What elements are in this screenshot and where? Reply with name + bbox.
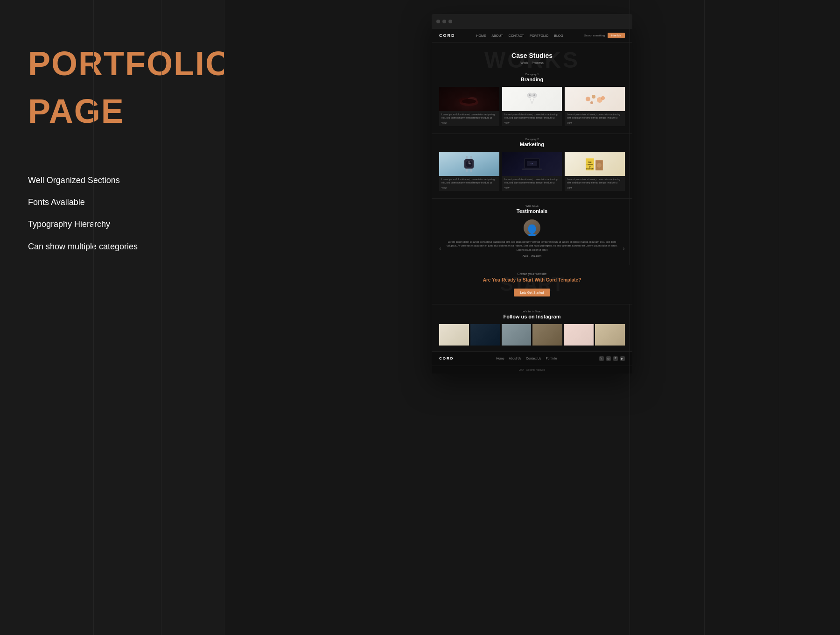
project-link-5[interactable]: View → [504,186,560,189]
svg-point-14 [601,96,605,100]
testimonials-section: Who Says Testimonials 👤 ‹ Lorem ipsum do… [432,198,632,265]
insta-item-1[interactable] [439,324,469,346]
footer-link-portfolio[interactable]: Portfolio [546,357,557,360]
avatar-icon: 👤 [525,225,539,236]
carousel-next[interactable]: › [623,245,625,252]
cta-section: START Create your website Are You Ready … [432,265,632,304]
nav-link-about[interactable]: ABOUT [491,34,503,37]
footer-logo: CORD [439,356,454,360]
website-content: CORD HOME ABOUT CONTACT PORTFOLIO BLOG S… [432,29,632,374]
project-card-4: Lorem ipsum dolor sit amet, consectetur … [439,152,499,191]
category1-title: Branding [439,77,625,82]
nav-link-blog[interactable]: BLOG [554,34,563,37]
category2-label: Category 2 [439,138,625,141]
instagram-section: Let's be in Touch Follow us on Instagram [432,304,632,351]
divider-2 [161,0,161,635]
project-image-earphones [502,87,562,111]
category2-title: Marketing [439,141,625,147]
project-image-books: THE DESIGN OF EVERYDAY [565,152,625,176]
project-info-1: Lorem ipsum dolor sit amet, consectetur … [439,111,499,126]
project-card-5: UX Lorem ipsum dolor sit amet, consectet… [502,152,562,191]
marketing-section: Category 2 Marketing [432,134,632,198]
nav-link-home[interactable]: HOME [476,34,486,37]
browser-dot-yellow [442,20,446,23]
project-image-flowers [565,87,625,111]
testimonial-carousel: ‹ Lorem ipsum dolor sit amet, consetetur… [439,240,625,257]
testimonial-text: Lorem ipsum dolor sit amet, consetetur s… [445,240,619,252]
project-link-1[interactable]: View → [441,121,497,124]
insta-item-4[interactable] [532,324,562,346]
project-info-6: Lorem ipsum dolor sit amet, consectetur … [565,176,625,191]
insta-item-2[interactable] [470,324,500,346]
browser-mockup: CORD HOME ABOUT CONTACT PORTFOLIO BLOG S… [432,14,632,374]
cta-title: Are You Ready to Start With Cord Templat… [439,277,625,282]
left-panel: PORTFOLIO PAGE Well Organized Sections F… [0,0,224,635]
social-pinterest[interactable]: 𝐏 [613,356,618,361]
project-desc-4: Lorem ipsum dolor sit amet, consectetur … [441,178,497,184]
social-twitter[interactable]: 𝕏 [599,356,604,361]
cta-label: Create your website [439,272,625,275]
project-info-5: Lorem ipsum dolor sit amet, consectetur … [502,176,562,191]
nav-link-portfolio[interactable]: PORTFOLIO [530,34,548,37]
insta-item-5[interactable] [564,324,594,346]
footer-link-home[interactable]: Home [496,357,504,360]
svg-line-9 [532,98,534,104]
feature-item-4: Can show multiple categories [28,241,196,253]
nav-links: HOME ABOUT CONTACT PORTFOLIO BLOG [476,34,563,37]
testimonials-label: Who Says [439,205,625,207]
category1-label: Category 1 [439,73,625,76]
project-desc-2: Lorem ipsum dolor sit amet, consectetur … [504,113,560,120]
project-image-laptop: UX [502,152,562,176]
nav-cta-button[interactable]: Hire Me [608,33,625,38]
svg-rect-15 [466,156,468,160]
testimonials-title: Testimonials [439,208,625,214]
marketing-grid: Lorem ipsum dolor sit amet, consectetur … [439,152,625,191]
svg-line-8 [530,98,532,104]
divider-1 [93,0,94,635]
footer-link-about[interactable]: About Us [509,357,522,360]
project-link-4[interactable]: View → [441,186,497,189]
project-link-6[interactable]: View → [567,186,623,189]
project-desc-1: Lorem ipsum dolor sit amet, consectetur … [441,113,497,120]
insta-item-6[interactable] [595,324,625,346]
social-youtube[interactable]: ▶ [620,356,625,361]
instagram-title: Follow us on Instagram [439,314,625,319]
footer-links: Home About Us Contact Us Portfolio [496,357,557,360]
svg-text:UX: UX [531,162,533,165]
svg-rect-17 [466,168,468,172]
project-info-2: Lorem ipsum dolor sit amet, consectetur … [502,111,562,126]
nav-link-contact[interactable]: CONTACT [509,34,524,37]
project-link-3[interactable]: View → [567,121,623,124]
feature-item-3: Typography Hierarchy [28,219,196,230]
project-desc-3: Lorem ipsum dolor sit amet, consectetur … [567,113,623,120]
project-link-2[interactable]: View → [504,121,560,124]
instagram-grid [439,324,625,346]
works-hero: WORKS Case Studies Work Process [432,42,632,69]
project-desc-6: Lorem ipsum dolor sit amet, consectetur … [567,178,623,184]
divider-5 [704,0,705,635]
footer-social: 𝕏 ◎ 𝐏 ▶ [599,356,625,361]
feature-item-1: Well Organized Sections [28,175,196,186]
footer-link-contact[interactable]: Contact Us [526,357,541,360]
divider-4 [630,0,630,635]
works-title: Case Studies [439,52,625,59]
project-card-3: Lorem ipsum dolor sit amet, consectetur … [565,87,625,126]
svg-text:THE: THE [588,162,592,163]
svg-text:EVERYDAY: EVERYDAY [586,168,594,170]
svg-text:DESIGN: DESIGN [587,164,593,166]
cta-button[interactable]: Lets Get Started [514,289,551,296]
browser-dot-green [448,20,452,23]
carousel-prev[interactable]: ‹ [439,245,441,252]
testimonial-author: Alex – xyz.com [445,254,619,257]
social-instagram[interactable]: ◎ [606,356,611,361]
svg-rect-18 [470,168,472,172]
insta-item-3[interactable] [502,324,532,346]
project-card-2: Lorem ipsum dolor sit amet, consectetur … [502,87,562,126]
project-card-1: Lorem ipsum dolor sit amet, consectetur … [439,87,499,126]
site-footer: CORD Home About Us Contact Us Portfolio … [432,351,632,366]
svg-point-11 [592,95,595,99]
branding-grid: Lorem ipsum dolor sit amet, consectetur … [439,87,625,126]
browser-dot-red [436,20,440,23]
svg-point-10 [586,97,590,101]
works-bg-text: WORKS [484,47,580,73]
